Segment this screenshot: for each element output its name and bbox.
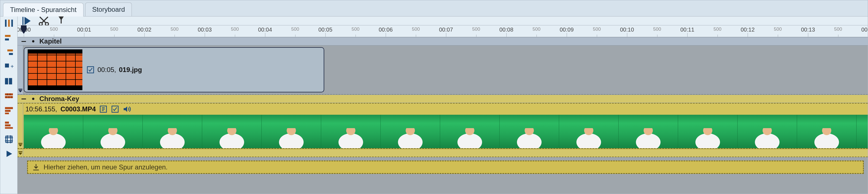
marker-icon[interactable] — [55, 17, 67, 25]
ruler-midlabel: 500 — [351, 27, 360, 32]
download-icon — [32, 163, 40, 171]
track-name: Chroma-Key — [39, 95, 79, 103]
svg-rect-11 — [5, 94, 12, 95]
cut-icon[interactable] — [38, 17, 50, 25]
tab-timeline[interactable]: Timeline - Spuransicht — [3, 3, 84, 17]
play-icon[interactable] — [3, 148, 15, 159]
svg-marker-45 — [19, 153, 22, 155]
ruler-label: 00:02 — [137, 27, 151, 33]
sidebar: + — [0, 17, 18, 194]
ruler-midlabel: 500 — [533, 27, 540, 32]
video-frame — [83, 115, 143, 148]
ruler-label: 00:04 — [258, 27, 272, 33]
svg-rect-37 — [22, 99, 26, 99]
video-frame — [678, 115, 738, 148]
track-gutter — [18, 45, 23, 94]
ruler-midlabel: 500 — [653, 27, 661, 32]
ruler-label: 00:13 — [801, 27, 815, 33]
ruler-midlabel: 500 — [170, 27, 179, 32]
brick-icon[interactable] — [3, 90, 15, 101]
timeline-panel: Timeline - Spuransicht Storyboard + — [0, 0, 868, 194]
video-frame — [738, 115, 797, 148]
svg-marker-40 — [19, 144, 22, 147]
video-frame — [143, 115, 202, 148]
svg-rect-39 — [19, 143, 22, 144]
clip-toolbar — [18, 17, 868, 25]
svg-rect-0 — [5, 20, 6, 27]
track-header-kapitel: Kapitel — [18, 37, 868, 45]
video-frame — [321, 115, 381, 148]
align-right-icon[interactable] — [3, 46, 15, 58]
gutter-marker-icon[interactable] — [18, 141, 23, 147]
insert-left-icon[interactable]: + — [3, 61, 15, 72]
clip-settings-icon[interactable] — [99, 105, 107, 113]
bullet-icon[interactable] — [30, 95, 37, 102]
svg-marker-43 — [124, 106, 127, 112]
tracks-content: 00:0050000:0150000:0250000:0350000:04500… — [18, 17, 868, 194]
track-body-chroma[interactable]: 10:56.155, C0003.MP4 — [18, 103, 868, 149]
svg-rect-1 — [8, 20, 10, 27]
clip-kapitel[interactable]: 00:05, 019.jpg — [24, 47, 324, 92]
svg-text:+: + — [10, 63, 13, 69]
svg-rect-2 — [11, 20, 13, 27]
dropzone-text: Hierher ziehen, um neue Spur anzulegen. — [43, 163, 167, 171]
clip-duration: 10:56.155, — [25, 105, 57, 113]
svg-rect-7 — [5, 64, 9, 68]
ruler-label: 00:09 — [560, 27, 574, 33]
track-name: Kapitel — [39, 37, 62, 45]
align-left-icon[interactable] — [3, 32, 15, 43]
effect-icon[interactable] — [86, 66, 95, 74]
new-track-dropzone[interactable]: Hierher ziehen, um neue Spur anzulegen. — [27, 161, 864, 174]
ruler-label: 00:06 — [379, 27, 393, 33]
insert-right-icon[interactable] — [3, 76, 15, 87]
svg-marker-30 — [59, 16, 63, 19]
toggle-tracks-icon[interactable] — [3, 18, 15, 29]
bars-a-icon[interactable] — [3, 105, 15, 116]
ruler-label: 00:01 — [77, 27, 91, 33]
ruler-label: 00:07 — [439, 27, 453, 33]
video-frame — [500, 115, 559, 148]
clip-info: 10:56.155, C0003.MP4 — [24, 103, 868, 115]
svg-rect-20 — [5, 113, 9, 115]
main-area: + 00:0050000:0150000:0250000:0350000:045… — [0, 17, 868, 194]
svg-rect-5 — [7, 50, 13, 51]
ruler-midlabel: 500 — [834, 27, 842, 32]
track-audio-mini[interactable] — [18, 149, 868, 157]
track-gutter — [18, 149, 23, 157]
effect-icon[interactable] — [111, 105, 119, 113]
track-gutter — [18, 103, 23, 148]
bullet-icon[interactable] — [30, 38, 37, 45]
clip-thumbnail — [28, 50, 83, 90]
playhead-start-icon[interactable] — [21, 17, 33, 25]
video-frame — [559, 115, 619, 148]
svg-rect-19 — [5, 110, 10, 112]
clip-chroma[interactable]: 10:56.155, C0003.MP4 — [24, 103, 868, 148]
audio-icon[interactable] — [123, 105, 131, 113]
tab-storyboard[interactable]: Storyboard — [85, 2, 132, 16]
ruler-label: 00:14 — [861, 27, 868, 33]
gutter-marker-icon[interactable] — [18, 87, 23, 93]
svg-rect-32 — [22, 41, 26, 42]
brick-thumb — [28, 54, 83, 86]
video-frame — [24, 115, 83, 148]
bars-b-icon[interactable] — [3, 119, 15, 130]
time-ruler[interactable]: 00:0050000:0150000:0250000:0350000:04500… — [18, 25, 868, 37]
clip-info: 00:05, 019.jpg — [86, 66, 142, 74]
ruler-midlabel: 500 — [472, 27, 480, 32]
playhead[interactable] — [21, 25, 27, 34]
collapse-icon[interactable] — [21, 38, 27, 45]
ruler-midlabel: 500 — [714, 27, 721, 32]
gutter-marker-icon[interactable] — [18, 149, 23, 156]
collapse-icon[interactable] — [21, 95, 27, 102]
svg-marker-35 — [19, 90, 22, 92]
svg-rect-10 — [9, 78, 12, 85]
svg-marker-25 — [6, 151, 12, 157]
video-frame — [857, 115, 868, 148]
crop-icon[interactable] — [3, 134, 15, 145]
video-frame — [619, 115, 678, 148]
video-frame — [381, 115, 440, 148]
svg-marker-26 — [22, 17, 24, 25]
track-body-kapitel[interactable]: 00:05, 019.jpg — [18, 45, 868, 95]
ruler-midlabel: 500 — [50, 27, 58, 32]
track-header-chroma: Chroma-Key — [18, 95, 868, 103]
